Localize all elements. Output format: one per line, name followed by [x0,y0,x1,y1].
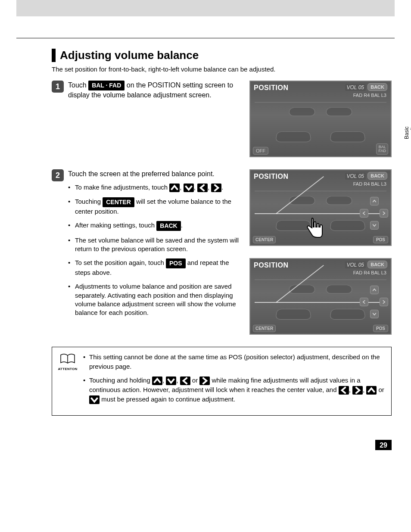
left-chevron-icon [180,376,190,385]
section-title: Adjusting volume balance [52,49,392,62]
shot3-right-button[interactable] [380,298,388,306]
side-tab-line1: Basic [404,126,410,139]
side-tab-line2: operation [409,122,411,143]
up-chevron-icon [366,386,377,395]
attention-item-2: Touching and holding , , or while making… [83,376,384,404]
shot2-hand-pointer-icon [304,217,325,241]
back-button-label: BACK [156,221,181,231]
shot1-off-button[interactable]: OFF [253,147,268,155]
header-divider [16,38,395,38]
shot3-fad-bal-readout: FAD R4 BAL L3 [353,270,386,275]
step-1-badge: 1 [52,81,64,93]
left-chevron-icon [197,184,208,192]
screenshot-2: POSITION VOL 05 BACK FAD R4 BAL L3 CENTE… [249,169,392,246]
step-2-badge: 2 [52,169,64,181]
section-intro: The set position for front-to-back, righ… [52,65,392,73]
shot1-back-button[interactable]: BACK [367,83,387,91]
step-1-text: Touch BAL · FAD on the POSITION setting … [68,81,243,100]
shot2-right-button[interactable] [380,209,388,218]
right-chevron-icon [211,184,221,192]
step-2-row: 2 Touch the screen at the preferred bala… [52,169,392,335]
shot2-title: POSITION [254,173,288,180]
bullet-saved: The set volume balance will be saved and… [68,236,243,254]
down-chevron-icon [184,184,194,192]
shot1-plane [255,102,386,147]
shot1-fad-bal-readout: FAD R4 BAL L3 [353,93,386,98]
left-chevron-icon [339,386,349,395]
shot2-vol: VOL 05 [345,173,366,180]
open-book-icon [56,353,80,367]
attention-icon: ATTENTON [56,353,80,372]
shot3-left-button[interactable] [360,298,368,306]
shot3-back-button[interactable]: BACK [367,261,387,268]
shot3-pos-button[interactable]: POS [373,325,388,332]
bullet-separate: Adjustments to volume balance and positi… [68,282,243,317]
down-chevron-icon [89,395,100,404]
bullet-pos: To set the position again, touch POS and… [68,258,243,277]
step-1-row: 1 Touch BAL · FAD on the POSITION settin… [52,81,392,157]
shot2-center-button[interactable]: CENTER [253,236,276,243]
step-2-lead: Touch the screen at the preferred balanc… [68,169,243,179]
shot3-center-button[interactable]: CENTER [253,325,276,332]
shot3-vol: VOL 05 [345,261,366,268]
center-button-label: CENTER [103,197,134,207]
bullet-fine-adjust: To make fine adjustments, touch , , , . [68,183,243,192]
shot2-left-button[interactable] [360,209,368,218]
right-chevron-icon [352,386,363,395]
up-chevron-icon [152,376,162,385]
right-chevron-icon [199,376,210,385]
shot3-title: POSITION [254,261,288,269]
shot3-down-button[interactable] [370,310,379,318]
shot1-balfad-button[interactable]: BALFAD [376,143,388,155]
page-content: Basic operation Adjusting volume balance… [0,49,411,433]
bullet-back: After making settings, touch BACK. [68,221,243,231]
shot2-fad-bal-readout: FAD R4 BAL L3 [353,181,386,187]
shot1-vol: VOL 05 [345,84,366,91]
top-margin-bar [16,0,395,16]
shot2-up-button[interactable] [370,197,379,205]
shot2-pos-button[interactable]: POS [373,236,388,243]
screenshot-1: POSITION VOL 05 BACK FAD R4 BAL L3 OFF B… [249,81,392,157]
shot2-back-button[interactable]: BACK [367,172,387,180]
pos-button-label: POS [166,258,186,268]
up-chevron-icon [169,184,180,192]
attention-label: ATTENTON [56,367,80,372]
step-1-pre: Touch [68,81,88,89]
attention-box: ATTENTON This setting cannot be done at … [52,347,392,416]
side-tab-basic-operation: Basic operation [404,122,411,143]
shot3-up-button[interactable] [370,286,379,294]
step-2-text: Touch the screen at the preferred balanc… [68,169,243,322]
bal-fad-button-label: BAL · FAD [88,81,125,90]
shot2-down-button[interactable] [370,221,379,230]
down-chevron-icon [166,376,176,385]
step-2-screenshots: POSITION VOL 05 BACK FAD R4 BAL L3 CENTE… [249,169,392,335]
screenshot-3: POSITION VOL 05 BACK FAD R4 BAL L3 CENTE… [249,258,392,335]
attention-item-1: This setting cannot be done at the same … [83,352,384,371]
bullet-center: Touching CENTER will set the volume bala… [68,197,243,216]
shot1-title: POSITION [254,84,288,92]
step-2-bullets: To make fine adjustments, touch , , , . … [68,183,243,317]
page-number: 29 [375,440,392,450]
